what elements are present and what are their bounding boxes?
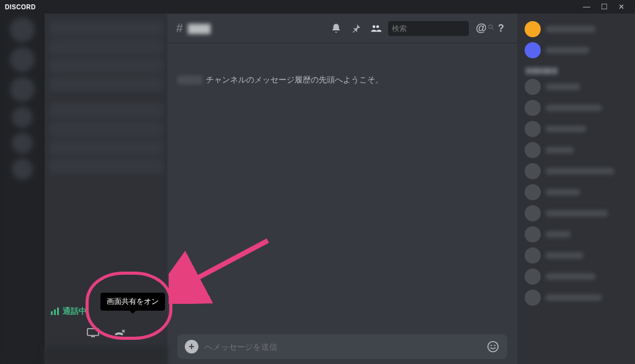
people-icon <box>370 23 381 34</box>
guild-item[interactable] <box>12 133 33 154</box>
voice-status-label: 通話中 <box>63 306 87 317</box>
add-attachment-button[interactable]: + <box>185 340 198 353</box>
mentions-button[interactable]: @ <box>474 21 489 36</box>
channel-name: ▇▇▇ <box>188 22 210 34</box>
svg-point-6 <box>488 342 499 352</box>
channel-welcome-message: チャンネルのメッセージ履歴の先頭へようこそ。 <box>177 74 507 86</box>
member-group-header: ▇▇▇▇▇▇ <box>521 61 631 76</box>
bell-icon <box>331 23 342 34</box>
guild-list <box>0 14 45 364</box>
channels-sidebar: 通話中 <box>45 14 167 364</box>
pinned-messages-button[interactable] <box>349 21 363 36</box>
message-composer: + <box>167 329 517 364</box>
member-item[interactable] <box>521 266 631 287</box>
member-item[interactable] <box>521 182 631 203</box>
member-item[interactable] <box>521 245 631 266</box>
user-panel[interactable] <box>45 347 167 364</box>
chat-messages[interactable]: チャンネルのメッセージ履歴の先頭へようこそ。 <box>167 43 517 329</box>
close-button[interactable]: ✕ <box>613 1 630 13</box>
member-item[interactable] <box>521 40 631 61</box>
help-button[interactable]: ? <box>494 21 508 36</box>
screen-share-tooltip: 画面共有をオン <box>100 293 165 311</box>
help-icon: ? <box>498 23 504 34</box>
guild-item[interactable] <box>10 17 35 42</box>
guild-item[interactable] <box>10 47 35 72</box>
member-item[interactable] <box>521 161 631 182</box>
guild-item[interactable] <box>12 159 33 180</box>
disconnect-call-button[interactable] <box>112 326 127 340</box>
channel-header: # ▇▇▇ @ ? <box>167 14 517 43</box>
search-input[interactable] <box>392 24 485 33</box>
svg-point-4 <box>489 25 492 29</box>
member-item[interactable] <box>521 140 631 161</box>
svg-rect-1 <box>91 336 95 337</box>
phone-hangup-icon <box>113 328 125 338</box>
minimize-button[interactable]: — <box>578 1 595 13</box>
chat-area: # ▇▇▇ @ ? チャンネルのメッセ <box>167 14 517 364</box>
search-box[interactable] <box>388 21 469 36</box>
svg-rect-0 <box>87 329 99 335</box>
maximize-button[interactable]: ☐ <box>595 1 613 13</box>
at-icon: @ <box>476 22 487 35</box>
member-item[interactable] <box>521 118 631 140</box>
channel-name-inline <box>177 76 202 84</box>
monitor-icon <box>87 328 99 338</box>
svg-point-7 <box>491 345 492 346</box>
signal-bars-icon <box>51 308 59 315</box>
member-item[interactable] <box>521 19 631 40</box>
channel-list[interactable] <box>45 14 167 298</box>
notifications-button[interactable] <box>329 21 344 36</box>
message-input[interactable] <box>205 342 480 352</box>
screen-share-button[interactable] <box>86 326 100 340</box>
guild-item[interactable] <box>12 107 33 128</box>
title-bar: DISCORD — ☐ ✕ <box>0 0 635 14</box>
member-list-toggle[interactable] <box>368 21 383 36</box>
svg-point-8 <box>494 345 495 346</box>
smiley-icon <box>486 340 500 353</box>
member-item[interactable] <box>521 224 631 245</box>
member-item[interactable] <box>521 76 631 97</box>
pin-icon <box>350 23 362 34</box>
member-item[interactable] <box>521 97 631 118</box>
member-item[interactable] <box>521 287 631 308</box>
member-list[interactable]: ▇▇▇▇▇▇ <box>517 14 635 364</box>
member-item[interactable] <box>521 203 631 224</box>
hash-icon: # <box>176 21 183 35</box>
emoji-picker-button[interactable] <box>486 340 500 353</box>
guild-item[interactable] <box>10 77 35 102</box>
app-brand: DISCORD <box>5 4 36 11</box>
